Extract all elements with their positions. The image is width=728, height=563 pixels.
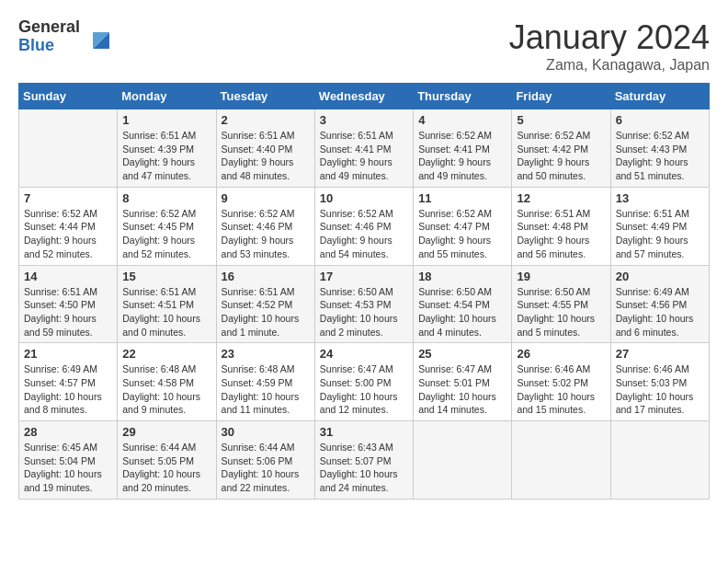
calendar-cell: 18Sunrise: 6:50 AMSunset: 4:54 PMDayligh… <box>414 265 512 343</box>
day-number: 10 <box>320 191 408 205</box>
cell-line: Daylight: 9 hours and 55 minutes. <box>418 235 491 259</box>
calendar-cell <box>512 421 610 500</box>
cell-line: Sunset: 4:46 PM <box>222 221 293 232</box>
calendar-cell: 28Sunrise: 6:45 AMSunset: 5:04 PMDayligh… <box>19 421 118 500</box>
calendar-cell: 24Sunrise: 6:47 AMSunset: 5:00 PMDayligh… <box>314 343 413 421</box>
cell-content: Sunrise: 6:46 AMSunset: 5:02 PMDaylight:… <box>517 362 605 417</box>
calendar-week-5: 28Sunrise: 6:45 AMSunset: 5:04 PMDayligh… <box>19 421 710 500</box>
cell-line: Sunset: 4:43 PM <box>616 144 688 155</box>
calendar-cell: 25Sunrise: 6:47 AMSunset: 5:01 PMDayligh… <box>414 343 512 421</box>
cell-line: Daylight: 10 hours and 12 minutes. <box>320 391 398 416</box>
cell-line: Daylight: 9 hours and 57 minutes. <box>616 235 688 259</box>
cell-content: Sunrise: 6:49 AMSunset: 4:56 PMDaylight:… <box>616 285 704 339</box>
cell-line: Daylight: 10 hours and 9 minutes. <box>122 391 200 416</box>
cell-line: Sunset: 4:47 PM <box>418 221 490 232</box>
day-number: 19 <box>517 270 605 283</box>
calendar-week-1: 1Sunrise: 6:51 AMSunset: 4:39 PMDaylight… <box>19 109 710 188</box>
calendar-cell: 11Sunrise: 6:52 AMSunset: 4:47 PMDayligh… <box>414 187 512 265</box>
cell-content: Sunrise: 6:51 AMSunset: 4:39 PMDaylight:… <box>122 129 210 183</box>
calendar-cell: 19Sunrise: 6:50 AMSunset: 4:55 PMDayligh… <box>512 265 610 343</box>
cell-line: Sunset: 4:53 PM <box>320 299 392 310</box>
day-number: 23 <box>222 347 310 361</box>
calendar-cell: 12Sunrise: 6:51 AMSunset: 4:48 PMDayligh… <box>512 187 610 265</box>
page-header: General Blue January 2024 Zama, Kanagawa… <box>18 18 710 74</box>
cell-line: Daylight: 10 hours and 20 minutes. <box>122 468 200 493</box>
cell-content: Sunrise: 6:47 AMSunset: 5:01 PMDaylight:… <box>418 362 506 417</box>
logo-blue-text: Blue <box>18 37 80 55</box>
day-number: 29 <box>122 425 210 439</box>
calendar-cell: 21Sunrise: 6:49 AMSunset: 4:57 PMDayligh… <box>19 343 118 421</box>
cell-line: Sunset: 4:55 PM <box>517 299 588 310</box>
calendar-cell: 20Sunrise: 6:49 AMSunset: 4:56 PMDayligh… <box>610 265 709 343</box>
cell-line: Daylight: 10 hours and 19 minutes. <box>24 468 102 493</box>
calendar-cell: 3Sunrise: 6:51 AMSunset: 4:41 PMDaylight… <box>314 109 413 188</box>
cell-line: Sunrise: 6:49 AM <box>24 363 97 374</box>
day-number: 16 <box>222 270 310 283</box>
logo: General Blue <box>18 18 111 55</box>
cell-content: Sunrise: 6:51 AMSunset: 4:51 PMDaylight:… <box>122 285 210 339</box>
day-number: 11 <box>418 191 506 205</box>
cell-content: Sunrise: 6:51 AMSunset: 4:48 PMDaylight:… <box>517 207 605 261</box>
day-number: 7 <box>24 191 112 205</box>
cell-line: Sunrise: 6:51 AM <box>320 130 393 141</box>
header-day-friday: Friday <box>512 84 610 109</box>
month-title: January 2024 <box>509 18 710 57</box>
calendar-cell: 14Sunrise: 6:51 AMSunset: 4:50 PMDayligh… <box>19 265 118 343</box>
cell-line: Sunrise: 6:52 AM <box>122 208 196 219</box>
cell-line: Sunrise: 6:51 AM <box>616 208 689 219</box>
day-number: 8 <box>122 191 210 205</box>
cell-line: Sunset: 4:52 PM <box>222 299 293 310</box>
cell-line: Sunrise: 6:52 AM <box>320 208 393 219</box>
cell-line: Sunrise: 6:51 AM <box>222 286 295 297</box>
cell-line: Sunset: 4:41 PM <box>418 144 490 155</box>
cell-line: Daylight: 9 hours and 52 minutes. <box>122 235 195 259</box>
cell-line: Sunrise: 6:52 AM <box>517 130 590 141</box>
cell-content: Sunrise: 6:52 AMSunset: 4:46 PMDaylight:… <box>320 207 408 261</box>
day-number: 2 <box>222 113 310 127</box>
calendar-table: SundayMondayTuesdayWednesdayThursdayFrid… <box>18 83 710 500</box>
cell-line: Sunrise: 6:51 AM <box>517 208 590 219</box>
cell-content: Sunrise: 6:51 AMSunset: 4:49 PMDaylight:… <box>616 207 704 261</box>
calendar-cell: 31Sunrise: 6:43 AMSunset: 5:07 PMDayligh… <box>314 421 413 500</box>
cell-content: Sunrise: 6:52 AMSunset: 4:46 PMDaylight:… <box>222 207 310 261</box>
cell-line: Sunset: 4:40 PM <box>222 144 293 155</box>
header-day-tuesday: Tuesday <box>216 84 314 109</box>
cell-line: Sunrise: 6:47 AM <box>320 363 393 374</box>
cell-line: Daylight: 9 hours and 54 minutes. <box>320 235 392 259</box>
day-number: 18 <box>418 270 506 283</box>
header-day-sunday: Sunday <box>19 84 118 109</box>
day-number: 28 <box>24 425 112 439</box>
cell-line: Daylight: 9 hours and 49 minutes. <box>418 156 491 181</box>
cell-line: Daylight: 9 hours and 59 minutes. <box>24 313 97 338</box>
day-number: 15 <box>122 270 210 283</box>
day-number: 30 <box>222 425 310 439</box>
cell-line: Sunset: 4:50 PM <box>24 299 96 310</box>
header-day-monday: Monday <box>118 84 216 109</box>
cell-line: Daylight: 10 hours and 11 minutes. <box>222 391 300 416</box>
cell-line: Sunset: 5:00 PM <box>320 377 392 388</box>
cell-line: Daylight: 10 hours and 2 minutes. <box>320 313 398 338</box>
cell-content: Sunrise: 6:52 AMSunset: 4:43 PMDaylight:… <box>616 129 704 183</box>
calendar-cell: 16Sunrise: 6:51 AMSunset: 4:52 PMDayligh… <box>216 265 314 343</box>
cell-line: Daylight: 9 hours and 50 minutes. <box>517 156 589 181</box>
cell-content: Sunrise: 6:51 AMSunset: 4:41 PMDaylight:… <box>320 129 408 183</box>
calendar-cell <box>19 109 118 188</box>
day-number: 17 <box>320 270 408 283</box>
cell-content: Sunrise: 6:49 AMSunset: 4:57 PMDaylight:… <box>24 362 112 417</box>
cell-line: Sunrise: 6:52 AM <box>616 130 689 141</box>
cell-line: Sunset: 5:02 PM <box>517 377 588 388</box>
cell-line: Sunrise: 6:52 AM <box>418 130 492 141</box>
cell-line: Sunrise: 6:51 AM <box>122 130 196 141</box>
cell-line: Daylight: 10 hours and 15 minutes. <box>517 391 595 416</box>
calendar-cell: 4Sunrise: 6:52 AMSunset: 4:41 PMDaylight… <box>414 109 512 188</box>
day-number: 20 <box>616 270 704 283</box>
day-number: 5 <box>517 113 605 127</box>
cell-line: Sunset: 4:59 PM <box>222 377 293 388</box>
cell-line: Sunset: 4:58 PM <box>122 377 194 388</box>
cell-line: Sunset: 5:03 PM <box>616 377 688 388</box>
calendar-cell: 27Sunrise: 6:46 AMSunset: 5:03 PMDayligh… <box>610 343 709 421</box>
cell-content: Sunrise: 6:44 AMSunset: 5:06 PMDaylight:… <box>222 441 310 495</box>
cell-content: Sunrise: 6:46 AMSunset: 5:03 PMDaylight:… <box>616 362 704 417</box>
calendar-cell: 10Sunrise: 6:52 AMSunset: 4:46 PMDayligh… <box>314 187 413 265</box>
day-number: 24 <box>320 347 408 361</box>
